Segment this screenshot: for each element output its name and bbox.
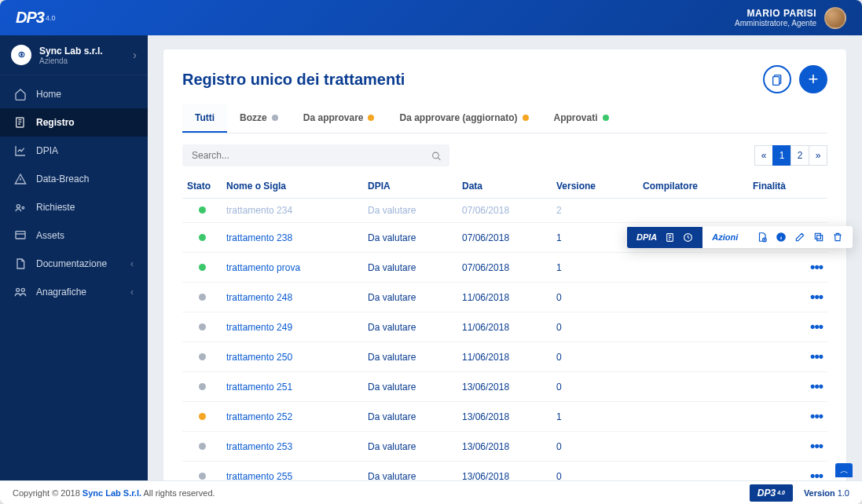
tab-label: Tutti: [195, 112, 215, 123]
status-dot-icon: [199, 443, 206, 450]
tab-da-approvare-agg[interactable]: Da approvare (aggiornato): [387, 104, 541, 133]
col-compilatore[interactable]: Compilatore: [638, 174, 748, 199]
page-1[interactable]: 1: [772, 145, 791, 166]
main-content: Registro unico dei trattamenti + Tutti B…: [148, 35, 862, 480]
scroll-to-top-button[interactable]: ︿: [835, 463, 853, 477]
col-nome[interactable]: Nome o Sigla: [222, 174, 363, 199]
page-next[interactable]: »: [809, 145, 827, 166]
table-row[interactable]: trattamento provaDa valutare07/06/20181•…: [182, 253, 827, 283]
nav-home[interactable]: Home: [0, 80, 148, 108]
cell-compilatore: [638, 402, 748, 432]
export-button[interactable]: [763, 65, 791, 93]
user-menu[interactable]: MARIO PARISI Amministratore, Agente: [735, 7, 846, 29]
chevron-left-icon: ‹: [130, 287, 134, 298]
treatment-link[interactable]: trattamento 234: [226, 205, 292, 216]
page-prev[interactable]: «: [754, 145, 773, 166]
popover-actions: [747, 226, 853, 248]
edit-icon[interactable]: [794, 232, 805, 243]
treatment-link[interactable]: trattamento 252: [226, 411, 292, 422]
status-dot-icon: [199, 206, 206, 214]
row-menu-icon[interactable]: •••: [810, 259, 823, 275]
add-button[interactable]: +: [799, 65, 827, 93]
treatment-link[interactable]: trattamento 249: [226, 322, 292, 333]
cell-actions: •••: [796, 462, 827, 481]
nav-documentazione[interactable]: Documentazione ‹: [0, 250, 148, 278]
search-input[interactable]: [182, 144, 449, 166]
status-dot-icon: [199, 264, 206, 271]
table-row[interactable]: trattamento 252Da valutare13/06/20181•••: [182, 402, 827, 432]
cell-actions: •••: [796, 283, 827, 312]
copyright-prefix: Copyright © 2018: [13, 488, 83, 498]
treatment-link[interactable]: trattamento 255: [226, 471, 292, 481]
cell-finalita: [748, 372, 796, 402]
row-menu-icon[interactable]: •••: [810, 408, 823, 424]
col-versione[interactable]: Versione: [552, 174, 638, 199]
cell-status: [182, 372, 222, 402]
cell-versione: 2: [552, 199, 638, 223]
cell-dpia: Da valutare: [363, 199, 457, 223]
table-row[interactable]: trattamento 249Da valutare11/06/20180•••: [182, 312, 827, 342]
people-icon: [14, 286, 27, 298]
file-add-icon[interactable]: [757, 232, 768, 243]
table-row[interactable]: trattamento 251Da valutare13/06/20180•••: [182, 372, 827, 402]
tab-tutti[interactable]: Tutti: [182, 104, 227, 133]
cell-finalita: [748, 432, 796, 462]
sidebar: ⦿ Sync Lab s.r.l. Azienda › Home Registr…: [0, 35, 148, 480]
tab-da-approvare[interactable]: Da approvare: [291, 104, 387, 133]
cell-data: 13/06/2018: [457, 402, 552, 432]
treatment-link[interactable]: trattamento 238: [226, 232, 292, 243]
cell-nome: trattamento 251: [222, 372, 363, 402]
table-row[interactable]: trattamento 255Da valutare13/06/20180•••: [182, 462, 827, 481]
col-finalita[interactable]: Finalità: [748, 174, 796, 199]
cell-actions: •••: [796, 402, 827, 432]
cell-data: 13/06/2018: [457, 432, 552, 462]
cell-actions: •••: [796, 312, 827, 342]
table-row[interactable]: trattamento 234Da valutare07/06/20182: [182, 199, 827, 223]
status-dot-icon: [199, 353, 206, 360]
table-row[interactable]: trattamento 248Da valutare11/06/20180•••: [182, 283, 827, 312]
col-data[interactable]: Data: [457, 174, 552, 199]
row-menu-icon[interactable]: •••: [810, 289, 823, 305]
row-menu-icon[interactable]: •••: [810, 378, 823, 394]
tab-approvati[interactable]: Approvati: [541, 104, 622, 133]
plus-icon: +: [809, 69, 819, 89]
app-logo: DP3 4.0: [16, 9, 55, 27]
row-menu-icon[interactable]: •••: [810, 438, 823, 454]
info-icon[interactable]: [776, 232, 787, 243]
nav-dpia[interactable]: DPIA: [0, 137, 148, 165]
row-menu-icon[interactable]: •••: [810, 349, 823, 364]
status-dot-icon: [368, 115, 374, 121]
nav-registro[interactable]: Registro: [0, 108, 148, 137]
copy-icon[interactable]: [813, 232, 824, 243]
tab-label: Bozze: [240, 112, 267, 123]
col-dpia[interactable]: DPIA: [363, 174, 457, 199]
treatment-link[interactable]: trattamento 248: [226, 292, 292, 303]
nav-anagrafiche[interactable]: Anagrafiche ‹: [0, 278, 148, 306]
registry-icon: [14, 116, 27, 129]
cell-nome: trattamento 249: [222, 312, 363, 342]
cell-actions: •••: [796, 253, 827, 283]
avatar[interactable]: [824, 7, 846, 29]
table-row[interactable]: trattamento 250Da valutare11/06/20180•••: [182, 342, 827, 372]
treatment-link[interactable]: trattamento 251: [226, 382, 292, 393]
nav-assets[interactable]: Assets: [0, 221, 148, 250]
treatment-link[interactable]: trattamento 250: [226, 352, 292, 363]
history-icon[interactable]: [683, 232, 693, 243]
treatment-link[interactable]: trattamento 253: [226, 441, 292, 452]
nav-label: Richieste: [36, 202, 75, 213]
top-bar: DP3 4.0 MARIO PARISI Amministratore, Age…: [0, 0, 862, 35]
trash-icon[interactable]: [832, 232, 843, 243]
nav-data-breach[interactable]: Data-Breach: [0, 165, 148, 193]
row-menu-icon[interactable]: •••: [810, 319, 823, 334]
row-menu-icon[interactable]: •••: [810, 468, 823, 480]
cell-versione: 0: [552, 432, 638, 462]
document-icon[interactable]: [665, 232, 675, 243]
tab-label: Da approvare (aggiornato): [399, 112, 517, 123]
table-row[interactable]: trattamento 253Da valutare13/06/20180•••: [182, 432, 827, 462]
col-stato[interactable]: Stato: [182, 174, 222, 199]
company-switcher[interactable]: ⦿ Sync Lab s.r.l. Azienda ›: [0, 35, 148, 75]
nav-richieste[interactable]: Richieste: [0, 193, 148, 221]
treatment-link[interactable]: trattamento prova: [226, 262, 300, 273]
page-2[interactable]: 2: [790, 145, 809, 166]
tab-bozze[interactable]: Bozze: [227, 104, 291, 133]
